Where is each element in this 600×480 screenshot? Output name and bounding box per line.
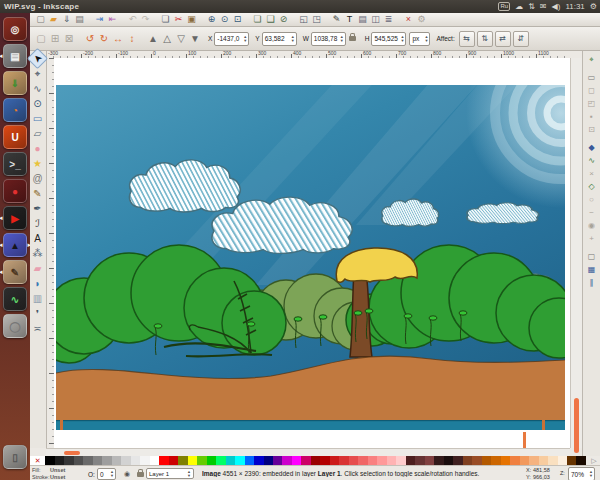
palette-swatch[interactable] [548, 456, 557, 465]
new-document-icon[interactable]: ▢ [34, 13, 47, 26]
rotate-cw-icon[interactable]: ↻ [97, 32, 111, 46]
palette-swatch[interactable] [529, 456, 538, 465]
palette-swatch[interactable] [45, 456, 54, 465]
palette-swatch[interactable] [482, 456, 491, 465]
palette-swatch[interactable] [368, 456, 377, 465]
select-all-layers-icon[interactable]: ⊞ [48, 32, 62, 46]
palette-swatch[interactable] [273, 456, 282, 465]
clock[interactable]: 11:31 [565, 2, 584, 11]
zoom-input[interactable]: 70%▲▼ [568, 467, 595, 480]
ungroup-icon[interactable]: ◳ [310, 13, 323, 26]
palette-swatch[interactable] [444, 456, 453, 465]
opacity-input[interactable]: 0▲▼ [97, 468, 116, 480]
palette-swatch[interactable] [197, 456, 206, 465]
palette-swatch[interactable]: ✕ [30, 456, 45, 465]
print-icon[interactable]: ▤ [73, 13, 86, 26]
units-dropdown[interactable]: px▲▼ [409, 32, 430, 46]
spiral-tool[interactable]: @ [30, 171, 45, 186]
snap-bbox-centers-icon[interactable]: ⊡ [585, 123, 599, 136]
palette-swatch[interactable] [425, 456, 434, 465]
palette-swatch[interactable] [254, 456, 263, 465]
launcher-gimp[interactable]: ✎◂ [3, 260, 27, 284]
palette-swatch[interactable] [491, 456, 500, 465]
bezier-tool[interactable]: ✒ [30, 201, 45, 216]
tweak-tool[interactable]: ∿ [30, 81, 45, 96]
launcher-terminal[interactable]: >_ [3, 152, 27, 176]
palette-swatch[interactable] [301, 456, 310, 465]
drawing-canvas[interactable] [54, 58, 570, 448]
snap-nodes-icon[interactable]: ◆ [585, 141, 599, 154]
palette-swatch[interactable] [169, 456, 178, 465]
snap-edge-midpoints-icon[interactable]: ▪ [585, 110, 599, 123]
lower-to-bottom-icon[interactable]: ▼ [188, 32, 202, 46]
snap-cusp-nodes-icon[interactable]: ◇ [585, 180, 599, 193]
redo-icon[interactable]: ↷ [139, 13, 152, 26]
launcher-ubuntu-one[interactable]: U [3, 125, 27, 149]
palette-swatch[interactable] [415, 456, 424, 465]
palette-swatch[interactable] [339, 456, 348, 465]
export-icon[interactable]: ⇤ [106, 13, 119, 26]
text-dialog-icon[interactable]: T [343, 13, 356, 26]
x-input[interactable]: -1437,0▲▼ [214, 32, 249, 46]
palette-swatch[interactable] [472, 456, 481, 465]
raise-icon[interactable]: △ [160, 32, 174, 46]
snap-bbox-corners-icon[interactable]: ◰ [585, 97, 599, 110]
volume-speaker-icon[interactable]: ◀) [552, 0, 561, 13]
cut-icon[interactable]: ✂ [172, 13, 185, 26]
palette-swatch[interactable] [396, 456, 405, 465]
palette-swatch[interactable] [140, 456, 149, 465]
document-properties-icon[interactable]: ▤ [356, 13, 369, 26]
palette-swatch[interactable] [55, 456, 64, 465]
launcher-disk-utility[interactable]: ◯ [3, 314, 27, 338]
snap-paths-icon[interactable]: ∿ [585, 154, 599, 167]
vertical-scrollbar-thumb[interactable] [574, 398, 579, 453]
palette-swatch[interactable] [358, 456, 367, 465]
palette-swatch[interactable] [159, 456, 168, 465]
palette-swatch[interactable] [83, 456, 92, 465]
launcher-inkscape[interactable]: ▲◂▸ [3, 233, 27, 257]
launcher-system-monitor[interactable]: ∿ [3, 287, 27, 311]
eraser-tool[interactable]: ▰ [30, 261, 45, 276]
palette-swatch[interactable] [520, 456, 529, 465]
zoom-tool[interactable]: ⊙ [30, 96, 45, 111]
sync-arrows-icon[interactable]: ⇅ [528, 0, 535, 13]
connector-tool[interactable]: ≍ [30, 321, 45, 336]
snap-object-centers-icon[interactable]: ◉ [585, 219, 599, 232]
duplicate-icon[interactable]: ❏ [251, 13, 264, 26]
unlink-clone-icon[interactable]: ⊘ [277, 13, 290, 26]
preferences-icon[interactable]: ⚙ [415, 13, 428, 26]
flip-vertical-icon[interactable]: ↕ [125, 32, 139, 46]
star-tool[interactable]: ★ [30, 156, 45, 171]
palette-swatch[interactable] [235, 456, 244, 465]
ellipse-tool[interactable]: ● [30, 141, 45, 156]
palette-scroll-arrow[interactable]: ▷ [588, 456, 600, 465]
palette-swatch[interactable] [226, 456, 235, 465]
snap-line-midpoints-icon[interactable]: − [585, 206, 599, 219]
gradient-tool[interactable]: ▥ [30, 291, 45, 306]
height-input[interactable]: 545,525▲▼ [371, 32, 406, 46]
scale-stroke-toggle[interactable]: ⇆ [459, 31, 475, 47]
mail-envelope-icon[interactable]: ✉ [540, 0, 547, 13]
launcher-firefox[interactable]: ◔ [3, 98, 27, 122]
open-document-icon[interactable]: ▰ [47, 13, 60, 26]
snap-bbox-edges-icon[interactable]: ◻ [585, 84, 599, 97]
palette-swatch[interactable] [377, 456, 386, 465]
palette-swatch[interactable] [64, 456, 73, 465]
palette-swatch[interactable] [74, 456, 83, 465]
palette-swatch[interactable] [576, 456, 585, 465]
copy-icon[interactable]: ❏ [159, 13, 172, 26]
keyboard-layout-indicator[interactable]: Ru [498, 2, 510, 11]
move-patterns-toggle[interactable]: ⇵ [513, 31, 529, 47]
group-icon[interactable]: ◱ [297, 13, 310, 26]
import-icon[interactable]: ⇥ [93, 13, 106, 26]
dropper-tool[interactable]: ❜ [30, 306, 45, 321]
layer-lock-icon[interactable] [137, 472, 144, 477]
snap-enable-icon[interactable]: ⌖ [585, 53, 599, 66]
fill-stroke-dialog-icon[interactable]: ✎ [330, 13, 343, 26]
select-all-icon[interactable]: ▢ [34, 32, 48, 46]
flip-horizontal-icon[interactable]: ↔ [111, 32, 125, 46]
xml-editor-icon[interactable]: ◫ [369, 13, 382, 26]
launcher-youtube[interactable]: ▶◂ [3, 206, 27, 230]
pencil-tool[interactable]: ✎ [30, 186, 45, 201]
launcher-dash-home[interactable]: ◎ [3, 17, 27, 41]
